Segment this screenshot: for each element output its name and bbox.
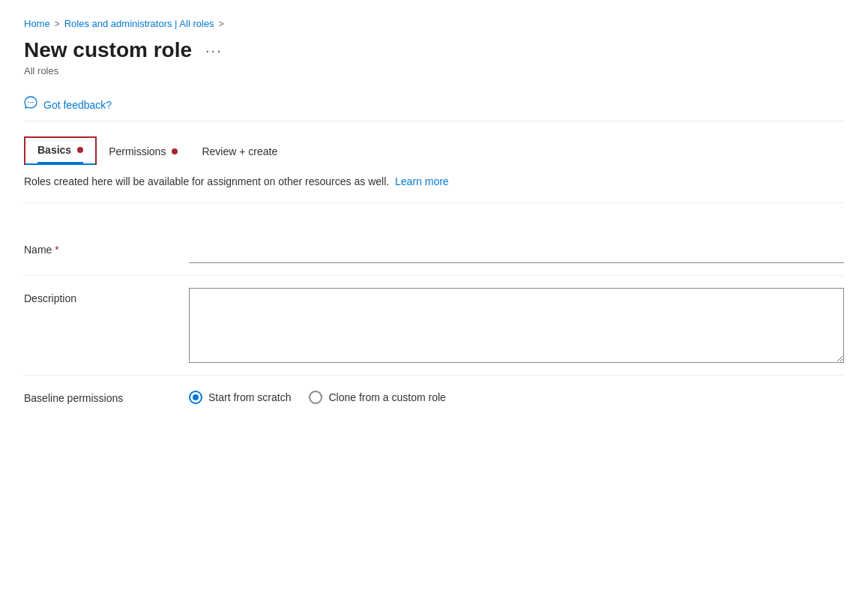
svg-point-2	[32, 102, 34, 103]
tabs-container: Basics Permissions Review + create	[24, 136, 844, 165]
page-title-row: New custom role ···	[24, 38, 844, 62]
info-banner-text: Roles created here will be available for…	[24, 175, 389, 187]
feedback-label: Got feedback?	[43, 99, 112, 111]
name-label: Name *	[24, 239, 189, 256]
radio-clone-label: Clone from a custom role	[328, 391, 445, 403]
baseline-permissions-row: Baseline permissions Start from scratch …	[24, 376, 844, 416]
svg-point-1	[30, 102, 31, 103]
name-row: Name *	[24, 227, 844, 275]
tab-review-create[interactable]: Review + create	[190, 139, 289, 165]
tab-basics-label: Basics	[37, 144, 71, 156]
form-section: Name * Description Baseline permissions …	[24, 227, 844, 416]
page-subtitle: All roles	[24, 65, 844, 76]
svg-point-0	[28, 102, 29, 103]
radio-scratch-input[interactable]	[189, 391, 202, 404]
feedback-icon	[24, 96, 37, 113]
tab-review-create-label: Review + create	[202, 145, 277, 157]
breadcrumb-home[interactable]: Home	[24, 18, 50, 29]
info-banner: Roles created here will be available for…	[24, 165, 844, 203]
radio-clone-input[interactable]	[309, 391, 322, 404]
breadcrumb-roles[interactable]: Roles and administrators | All roles	[64, 18, 214, 29]
radio-scratch-label: Start from scratch	[208, 391, 291, 403]
name-required-star: *	[55, 244, 58, 256]
description-label: Description	[24, 288, 189, 304]
tab-basics-error	[77, 147, 83, 153]
baseline-label: Baseline permissions	[24, 388, 189, 404]
baseline-radio-group: Start from scratch Clone from a custom r…	[189, 388, 446, 404]
description-row: Description	[24, 276, 844, 375]
name-input[interactable]	[189, 239, 844, 263]
ellipsis-button[interactable]: ···	[201, 40, 227, 61]
breadcrumb: Home > Roles and administrators | All ro…	[24, 18, 844, 29]
tab-permissions-label: Permissions	[109, 145, 166, 157]
tab-permissions-error	[172, 148, 178, 154]
radio-scratch[interactable]: Start from scratch	[189, 391, 291, 404]
description-input[interactable]	[189, 288, 844, 363]
learn-more-link[interactable]: Learn more	[395, 175, 449, 187]
breadcrumb-separator-1: >	[55, 19, 60, 29]
tab-basics[interactable]: Basics	[24, 136, 97, 165]
page-title: New custom role	[24, 38, 192, 62]
feedback-row[interactable]: Got feedback?	[24, 88, 844, 121]
breadcrumb-separator-2: >	[219, 19, 224, 29]
tab-permissions[interactable]: Permissions	[97, 139, 190, 165]
radio-clone[interactable]: Clone from a custom role	[309, 391, 445, 404]
